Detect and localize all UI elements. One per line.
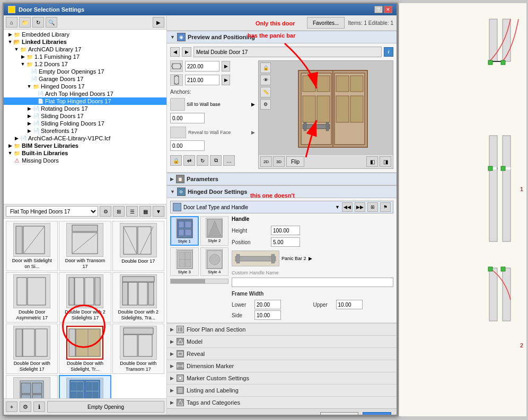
rotate-icon[interactable]: ↻ <box>197 155 208 166</box>
expand-sliding[interactable]: ▶ <box>26 113 32 119</box>
custom-handle-input[interactable] <box>232 278 393 287</box>
sill-arrow[interactable]: ▶ <box>251 102 255 107</box>
floor-plan-header[interactable]: ▶ Floor Plan and Section <box>167 324 397 335</box>
thumb-double-sidelight[interactable]: Double Door with Sidelight 17 <box>6 324 58 374</box>
reveal-header[interactable]: ▶ Reveal <box>167 348 397 360</box>
leaf-settings-btn[interactable]: ⊞ <box>367 202 378 212</box>
expand-slidingfolding[interactable]: ▶ <box>26 120 32 127</box>
view-2d-btn[interactable]: 2D <box>260 156 272 167</box>
marker-header[interactable]: ▶ Marker Custom Settings <box>167 372 397 384</box>
expand-doors[interactable]: ▼ <box>20 61 26 67</box>
tree-item-hinged[interactable]: ▼ 📁 Hinged Doors 17 <box>4 83 166 90</box>
tree-item-doors[interactable]: ▼ 📁 1.2 Doors 17 <box>4 60 166 68</box>
tree-item-flattop[interactable]: 📄 Flat Top Hinged Doors 17 <box>4 97 166 105</box>
refresh-button[interactable]: ↻ <box>32 17 44 28</box>
expand-bim[interactable]: ▶ <box>7 142 13 149</box>
panic-bar-arrow[interactable]: ▶ <box>309 256 312 261</box>
favorites-button[interactable]: Favorites... <box>307 17 345 29</box>
expand-archicad[interactable]: ▼ <box>13 46 20 52</box>
expand-rotating[interactable]: ▶ <box>26 105 32 112</box>
thumb-double-asymmetric[interactable]: Double Door Asymmetric 17 <box>6 272 58 323</box>
flip-button[interactable]: Flip <box>286 156 304 167</box>
thumb-view2-btn[interactable]: ☰ <box>126 206 138 217</box>
info-button[interactable]: ℹ <box>33 401 45 412</box>
expand-builtin[interactable]: ▼ <box>7 150 13 156</box>
more-icon[interactable]: … <box>223 155 235 166</box>
close-button[interactable]: ✕ <box>384 6 392 13</box>
copy-icon[interactable]: ⧉ <box>210 155 222 166</box>
gear-btn[interactable]: ⚙ <box>260 99 271 110</box>
tree-item-slidingfolding[interactable]: ▶ 📄 Sliding Folding Doors 17 <box>4 120 166 127</box>
thumb-double-sl-transom[interactable]: Double Door with Sidelight, Tr... <box>59 324 111 374</box>
tree-item-sliding[interactable]: ▶ 📄 Sliding Doors 17 <box>4 112 166 120</box>
style1-item[interactable]: Style 1 <box>170 216 199 246</box>
add-button[interactable]: + <box>6 401 17 412</box>
home-button[interactable]: ⌂ <box>6 17 17 28</box>
width-input[interactable]: 220.00 <box>185 61 219 72</box>
thumb-double-door[interactable]: Double Door 17 <box>112 221 164 271</box>
expand-furnishing[interactable]: ▶ <box>20 53 26 60</box>
door-leaf-bar[interactable]: Door Leaf Type and Handle ▼ ◀◀ ▶▶ ⊞ ⚑ <box>170 201 393 213</box>
mirror-icon[interactable]: ⇄ <box>183 155 195 166</box>
thumb-metal-double[interactable]: Metal DoubleDoor 17 <box>59 375 111 398</box>
dimension-header[interactable]: ▶ Dimension Marker <box>167 360 397 372</box>
sill-input[interactable]: 0.00 <box>170 113 205 123</box>
thumb-settings-btn[interactable]: ⚙ <box>100 206 111 217</box>
expand-linked[interactable]: ▼ <box>7 39 13 45</box>
thumb-double-2sidelights[interactable]: Double Door with 2 Sidelights 17 <box>59 272 111 323</box>
ok-button[interactable]: OK <box>363 412 391 415</box>
style4-item[interactable]: Style 4 <box>200 247 229 276</box>
next-model-button[interactable]: ▶ <box>182 47 191 57</box>
lock-btn[interactable]: 🔒 <box>260 62 271 73</box>
eye-btn[interactable]: 👁 <box>260 75 271 85</box>
expand-button[interactable]: ▶ <box>153 17 164 28</box>
thumb-scroll-btn[interactable]: ▼ <box>153 206 164 217</box>
lock-icon[interactable]: 🔒 <box>170 155 182 166</box>
scroll-indicator[interactable] <box>170 279 228 284</box>
cancel-button[interactable]: Cancel <box>320 412 358 415</box>
fw-side-input[interactable]: 10.00 <box>254 310 281 320</box>
view-3d-btn[interactable]: 3D <box>273 156 285 167</box>
align-right-btn[interactable]: ◨ <box>380 156 391 167</box>
expand-ace[interactable]: ▶ <box>13 135 20 141</box>
fw-lower-input[interactable]: 20.00 <box>254 300 281 309</box>
leaf-prev-btn[interactable]: ◀◀ <box>342 202 353 212</box>
model-info-button[interactable]: i <box>384 47 393 57</box>
expand-storefronts[interactable]: ▶ <box>26 128 32 134</box>
thumb-metal-door[interactable]: Metal Door 17 <box>6 375 58 398</box>
tree-item-rotating[interactable]: ▶ 📄 Rotating Doors 17 <box>4 105 166 112</box>
tree-item-storefronts[interactable]: ▶ 📄 Storefronts 17 <box>4 127 166 135</box>
search-button[interactable]: 🔍 <box>46 17 57 28</box>
thumb-view3-btn[interactable]: ▦ <box>139 206 151 217</box>
expand-embedded[interactable]: ▶ <box>7 31 13 38</box>
expand-hinged[interactable]: ▼ <box>26 83 32 90</box>
listing-header[interactable]: ▶ Listing and Labeling <box>167 385 397 396</box>
leaf-info-btn[interactable]: ⚑ <box>380 202 391 212</box>
tree-item-archicad[interactable]: ▼ 📁 ArchiCAD Library 17 <box>4 46 166 53</box>
help-button[interactable]: ? <box>374 6 383 13</box>
height-input[interactable]: 210.00 <box>185 75 219 85</box>
tree-item-garage[interactable]: 📄 Garage Doors 17 <box>4 75 166 83</box>
tree-item-linked[interactable]: ▼ 📂 Linked Libraries <box>4 38 166 46</box>
style3-item[interactable]: Style 3 <box>170 247 199 276</box>
preview-section-header[interactable]: ▼ ◉ Preview and Positioning <box>167 31 397 43</box>
tree-item-builtin[interactable]: ▼ 📁 Built-in Libraries <box>4 149 166 157</box>
ruler-btn[interactable]: 📏 <box>260 87 271 97</box>
tree-item-furnishing[interactable]: ▶ 📁 1.1 Furnishing 17 <box>4 53 166 60</box>
thumb-view1-btn[interactable]: ⊞ <box>113 206 125 217</box>
params-section-header[interactable]: ▶ 📋 Parameters <box>167 173 397 185</box>
tree-item-embedded[interactable]: ▶ 📁 Embedded Library <box>4 31 166 38</box>
folder-button[interactable]: 📁 <box>19 17 31 28</box>
thumb-double-2sl-transom[interactable]: Double Door with 2 Sidelights, Tra... <box>112 272 164 323</box>
prev-model-button[interactable]: ◀ <box>170 47 180 57</box>
reveal-input[interactable]: 0.00 <box>170 140 205 151</box>
hinge-section-header[interactable]: ▼ ⚙ Hinged Door Settings <box>167 185 397 198</box>
handle-height-input[interactable]: 100.00 <box>271 226 300 235</box>
height-arrow[interactable]: ▶ <box>222 75 230 85</box>
empty-opening-button[interactable]: Empty Opening <box>47 401 164 413</box>
thumb-double-transom[interactable]: Double Door with Transom 17 <box>112 324 164 374</box>
tree-item-missing[interactable]: ⚠ Missing Doors <box>4 157 166 164</box>
thumb-door-transom[interactable]: Door with Transom 17 <box>59 221 111 271</box>
category-dropdown[interactable]: Flat Top Hinged Doors 17 <box>6 206 98 217</box>
leaf-next-btn[interactable]: ▶▶ <box>355 202 365 212</box>
